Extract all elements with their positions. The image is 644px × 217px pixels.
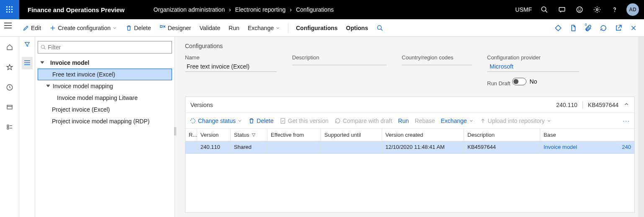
tree-node[interactable]: Project invoice (Excel) [38,104,172,115]
recent-icon[interactable] [3,81,16,94]
configurations-button[interactable]: Configurations [293,23,340,33]
tree-node-selected[interactable]: Free text invoice (Excel) [38,69,172,80]
messages-icon[interactable] [554,0,570,19]
field-name: Name Free text invoice (Excel) [185,54,277,87]
versions-title: Versions [190,102,213,108]
get-version-button: Get this version [280,117,328,124]
exchange-button[interactable]: Exchange [245,23,283,33]
tree-node[interactable]: Invoice model mapping Litware [38,92,172,104]
tree-filter-input[interactable] [48,44,169,51]
help-icon[interactable] [606,0,623,19]
caret-down-icon[interactable] [45,84,51,88]
attachments-icon[interactable]: 0 [582,22,595,34]
version-delete-button[interactable]: Delete [248,117,273,124]
designer-button[interactable]: Designer [157,23,194,33]
breadcrumb-item[interactable]: Configurations [296,6,334,13]
more-icon[interactable]: ··· [623,117,630,124]
svg-point-23 [377,26,381,29]
workspaces-icon[interactable] [3,101,16,114]
delete-button[interactable]: Delete [123,23,153,33]
scrollbar[interactable] [638,37,644,217]
search-icon[interactable] [536,0,553,19]
base-version: 240 [622,144,631,151]
hamburger-icon[interactable] [4,23,12,30]
filter-icon [251,133,256,138]
field-provider: Configuration provider Microsoft Run Dra… [487,54,579,87]
svg-point-12 [577,7,582,13]
list-toggle-icon[interactable] [22,57,33,69]
command-bar: Edit Create configuration Delete Designe… [0,19,644,37]
field-label: Run Draft [487,80,511,87]
toggle-track [512,78,526,85]
exchange-label: Exchange [248,25,274,31]
diamond-icon[interactable] [552,22,564,34]
cmdbar-search-icon[interactable] [374,23,386,33]
col-header[interactable]: Base [540,129,634,141]
version-run-button[interactable]: Run [398,117,409,124]
grid-row[interactable]: 240.110 Shared 12/10/2020 11:48:41 AM KB… [185,141,634,154]
label: Upload into repository [488,117,545,124]
svg-rect-28 [7,105,12,109]
popout-icon[interactable] [612,22,625,34]
user-avatar[interactable]: AD [626,3,639,16]
chevron-up-icon[interactable] [623,101,629,108]
modules-icon[interactable] [3,121,16,134]
versions-header[interactable]: Versions 240.110 KB4597644 [185,97,634,113]
svg-point-9 [541,7,546,11]
versions-card: Versions 240.110 KB4597644 Change status… [185,97,635,213]
field-label: Country/region codes [402,54,472,61]
options-button[interactable]: Options [344,23,371,33]
tree-node-root[interactable]: Invoice model [38,57,172,69]
splitter-handle[interactable] [174,127,177,135]
tree-filter-box[interactable] [38,41,172,54]
base-link: Invoice model [544,144,577,151]
refresh-icon[interactable] [597,22,610,34]
run-button[interactable]: Run [226,23,242,33]
version-exchange-button[interactable]: Exchange [441,117,473,124]
svg-point-14 [580,9,581,9]
filter-icon[interactable] [24,41,31,49]
favorites-icon[interactable] [3,61,16,74]
col-header[interactable]: R... [185,129,197,141]
label: Change status [198,117,236,124]
svg-line-38 [44,48,45,49]
svg-line-24 [381,29,382,31]
compare-button: Compare with draft [334,117,392,124]
col-header[interactable]: Version [197,129,231,141]
col-header[interactable]: Description [464,129,540,141]
cell-base[interactable]: Invoice model 240 [540,141,634,153]
col-header[interactable]: Status [231,129,267,141]
top-bar: Finance and Operations Preview Organizat… [0,0,644,19]
breadcrumb-item[interactable]: Electronic reporting [235,6,286,13]
page-icon[interactable] [567,22,580,34]
delete-label: Delete [134,25,151,31]
cell: 12/10/2020 11:48:41 AM [382,141,464,153]
close-icon[interactable] [627,22,640,34]
change-status-button[interactable]: Change status [190,117,242,124]
svg-rect-11 [559,8,565,11]
field-value[interactable] [402,62,472,65]
run-draft-toggle[interactable]: No [512,78,537,85]
create-configuration-button[interactable]: Create configuration [47,23,120,33]
edit-button[interactable]: Edit [20,23,44,33]
feedback-icon[interactable] [571,0,588,19]
tree-label: Project invoice model mapping (RDP) [52,118,149,125]
validate-button[interactable]: Validate [197,23,223,33]
svg-point-15 [596,9,598,11]
cell [321,141,382,153]
tree-node[interactable]: Invoice model mapping [38,80,172,92]
field-value[interactable] [292,62,387,65]
col-header[interactable]: Supported until [321,129,382,141]
field-value[interactable]: Free text invoice (Excel) [185,62,277,72]
settings-icon[interactable] [589,0,606,19]
col-header[interactable]: Effective from [267,129,321,141]
col-header[interactable]: Version created [382,129,464,141]
field-value-link[interactable]: Microsoft [487,62,579,72]
caret-down-icon[interactable] [39,61,45,65]
breadcrumb-item[interactable]: Organization administration [154,6,225,13]
tree-node[interactable]: Project invoice model mapping (RDP) [38,115,172,127]
legal-entity[interactable]: USMF [515,6,532,13]
waffle-icon[interactable] [0,0,19,19]
chevron-down-icon [237,118,242,123]
home-icon[interactable] [3,41,16,54]
